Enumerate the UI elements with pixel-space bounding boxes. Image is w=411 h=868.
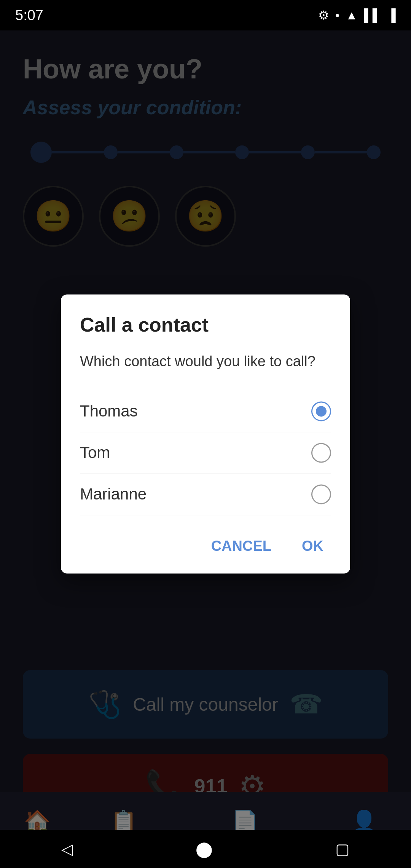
dialog-question: Which contact would you like to call? bbox=[80, 351, 331, 372]
system-nav: ◁ ⬤ ▢ bbox=[0, 830, 411, 868]
battery-icon: ▐ bbox=[387, 8, 396, 22]
status-time: 5:07 bbox=[15, 7, 43, 24]
status-bar: 5:07 ⚙ • ▲ ▌▌ ▐ bbox=[0, 0, 411, 30]
ok-button[interactable]: OK bbox=[294, 535, 331, 558]
wifi-icon: ▲ bbox=[346, 8, 358, 22]
radio-thomas[interactable] bbox=[311, 402, 331, 421]
contact-label-tom: Tom bbox=[80, 444, 110, 462]
status-icons: ⚙ • ▲ ▌▌ ▐ bbox=[318, 8, 396, 22]
contact-option-tom[interactable]: Tom bbox=[80, 432, 331, 474]
dialog-actions: CANCEL OK bbox=[80, 535, 331, 558]
call-contact-dialog: Call a contact Which contact would you l… bbox=[61, 294, 350, 573]
dialog-title: Call a contact bbox=[80, 313, 331, 336]
cancel-button[interactable]: CANCEL bbox=[204, 535, 279, 558]
contact-label-thomas: Thomas bbox=[80, 402, 138, 421]
contact-option-marianne[interactable]: Marianne bbox=[80, 474, 331, 515]
radio-tom[interactable] bbox=[311, 443, 331, 463]
settings-icon: ⚙ bbox=[318, 8, 329, 22]
home-button[interactable]: ⬤ bbox=[196, 840, 213, 858]
radio-marianne[interactable] bbox=[311, 485, 331, 504]
contact-option-thomas[interactable]: Thomas bbox=[80, 391, 331, 432]
back-button[interactable]: ◁ bbox=[61, 840, 73, 858]
contact-label-marianne: Marianne bbox=[80, 485, 147, 504]
dot-icon: • bbox=[335, 8, 339, 22]
signal-icon: ▌▌ bbox=[364, 8, 381, 22]
recents-button[interactable]: ▢ bbox=[335, 840, 350, 858]
